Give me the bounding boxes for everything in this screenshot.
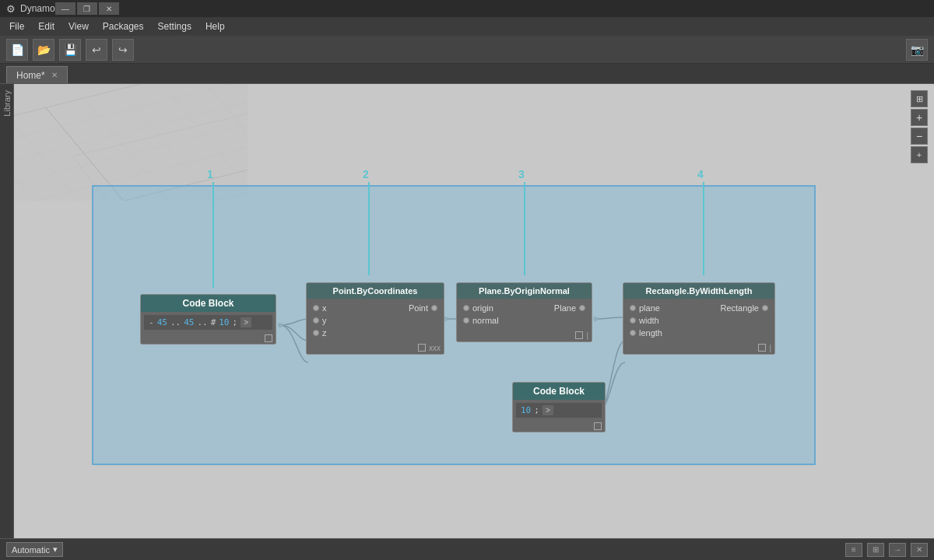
port-origin-in[interactable] [463,305,469,311]
code-val-2: 10 [521,405,531,415]
port-z-in[interactable] [313,330,319,336]
close-button[interactable]: ✕ [99,2,119,15]
point-by-coords-header: Point.ByCoordinates [307,283,444,299]
save-button[interactable]: 💾 [59,39,81,61]
toolbar: 📄 📂 💾 ↩ ↪ 📷 [0,36,934,64]
code-text-5: ; [233,317,238,327]
window-controls: — ❐ ✕ [55,2,119,15]
port-point-out[interactable] [431,305,437,311]
menu-settings[interactable]: Settings [152,19,198,33]
tab-home[interactable]: Home* ✕ [6,66,68,83]
status-icon-4[interactable]: ✕ [911,543,928,557]
port-width-label: width [639,316,659,325]
code-val-1b: 45 [184,317,194,327]
rectangle-by-width-length-node[interactable]: Rectangle.ByWidthLength plane Rectangle … [623,282,775,355]
menu-packages[interactable]: Packages [97,19,150,33]
minimize-button[interactable]: — [55,2,75,15]
port-point-label: Point [409,303,428,313]
menu-file[interactable]: File [3,19,30,33]
redo-button[interactable]: ↪ [112,39,134,61]
code-block-2-header: Code Block [513,383,605,400]
rect-by-wl-header: Rectangle.ByWidthLength [623,283,774,299]
pbc-xxx: xxx [429,344,441,352]
port-plane-out[interactable] [579,305,585,311]
menu-edit[interactable]: Edit [32,19,61,33]
zoom-reset-button[interactable]: + [911,146,928,163]
port-plane-label: Plane [554,303,576,313]
app-title: Dynamo [20,3,55,14]
fit-view-button[interactable]: ⊞ [911,90,928,107]
port-width-in[interactable] [630,317,636,324]
code-block-2-footer [513,421,605,432]
code-run-button-2[interactable]: > [542,405,553,415]
port-row-z: z [310,327,441,339]
library-label[interactable]: Library [1,87,13,120]
port-rect-out[interactable] [762,305,768,311]
code-block-2-node[interactable]: Code Block 10; > [512,382,606,432]
rect-by-wl-footer: | [623,342,774,354]
code-block-1-header: Code Block [141,295,276,312]
port-y-in[interactable] [313,317,319,324]
tab-label: Home* [16,70,45,81]
pbc-check[interactable] [418,344,426,352]
code-block-1-footer [141,333,276,344]
menubar: File Edit View Packages Settings Help [0,17,934,36]
chevron-down-icon: ▾ [53,544,58,555]
statusbar: Automatic ▾ ≡ ⊞ → ✕ [0,538,934,560]
menu-help[interactable]: Help [199,19,231,33]
app-icon: ⚙ [6,3,16,15]
code-block-2-body: 10; > [513,400,605,421]
zoom-in-button[interactable]: + [911,109,928,126]
port-x-in[interactable] [313,305,319,311]
code-block-1-input[interactable]: -45..45..#10; > [144,315,272,330]
plane-by-origin-normal-node[interactable]: Plane.ByOriginNormal origin Plane normal… [456,282,592,342]
new-button[interactable]: 📄 [6,39,28,61]
number-line-1 [212,182,214,288]
port-row-length: length [627,327,771,339]
port-row-normal: normal [460,314,588,327]
number-label-3: 3 [518,168,525,180]
main-area: Library [0,84,934,538]
tab-close-button[interactable]: ✕ [51,71,58,79]
number-label-4: 4 [697,168,704,180]
code-block-1-node[interactable]: Code Block -45..45..#10; > [140,294,276,345]
code-block-1-body: -45..45..#10; > [141,312,276,333]
status-icon-1[interactable]: ≡ [845,543,862,557]
number-label-2: 2 [363,168,369,180]
code-semi-2: ; [534,405,539,415]
camera-button[interactable]: 📷 [906,39,928,61]
rbwl-check[interactable] [758,344,766,352]
port-plane-in-label: plane [639,303,660,313]
point-by-coordinates-node[interactable]: Point.ByCoordinates x Point y z [306,282,444,355]
plane-by-origin-header: Plane.ByOriginNormal [457,283,592,299]
point-by-coords-body: x Point y z [307,299,444,342]
library-sidebar[interactable]: Library [0,84,14,538]
port-length-in[interactable] [630,330,636,336]
cb2-check[interactable] [594,422,602,430]
port-normal-in[interactable] [463,317,469,324]
port-row-x: x Point [310,302,441,314]
port-plane-in[interactable] [630,305,636,311]
code-text-1: - [149,317,154,327]
restore-button[interactable]: ❐ [77,2,97,15]
pbo-check[interactable] [575,331,583,339]
port-row-plane: plane Rectangle [627,302,771,314]
status-icons: ≡ ⊞ → ✕ [845,543,928,557]
code-run-button-1[interactable]: > [241,317,251,327]
code-block-2-input[interactable]: 10; > [516,403,602,418]
code-text-2: .. [170,317,181,327]
number-label-1: 1 [207,168,213,180]
execution-mode-dropdown[interactable]: Automatic ▾ [6,542,63,557]
pbo-bar: | [586,331,588,340]
undo-button[interactable]: ↩ [86,39,107,61]
zoom-out-button[interactable]: − [911,128,928,145]
status-icon-3[interactable]: → [889,543,906,557]
canvas[interactable]: 1 2 3 4 Code Block -45..45..#10; > P [14,84,934,538]
menu-view[interactable]: View [62,19,95,33]
code-text-3: .. [197,317,207,327]
open-button[interactable]: 📂 [33,39,54,61]
status-icon-2[interactable]: ⊞ [867,543,884,557]
rbwl-bar: | [769,344,771,352]
code-block-1-check[interactable] [265,334,272,342]
port-length-label: length [639,328,662,338]
